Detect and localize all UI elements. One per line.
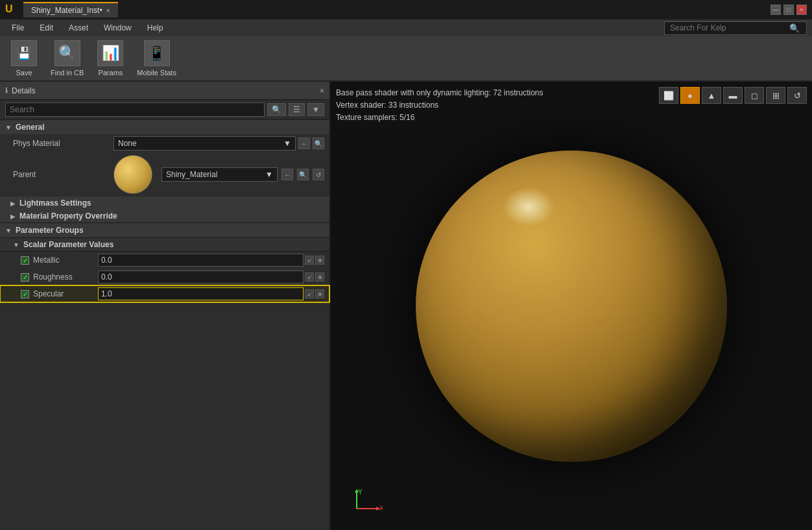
tab-filename: Shiny_Material_Inst• — [31, 6, 102, 15]
viewport-scene: X Y — [331, 82, 812, 530]
scalar-param-values-header[interactable]: ▼ Scalar Parameter Values — [0, 238, 329, 252]
menu-edit[interactable]: Edit — [33, 22, 60, 34]
panel-title: Details — [12, 86, 316, 95]
roughness-icons: ↙ ⊕ — [305, 272, 324, 282]
parent-label: Parent — [13, 170, 113, 179]
parameter-groups-arrow-icon: ▼ — [5, 227, 12, 234]
metallic-icons: ↙ ⊕ — [305, 256, 324, 265]
metallic-input[interactable] — [101, 256, 300, 265]
material-property-override-header[interactable]: ▶ Material Property Override — [0, 210, 329, 223]
parent-dropdown-arrow: ▼ — [265, 170, 273, 179]
svg-text:Y: Y — [358, 489, 363, 496]
help-search-box[interactable]: 🔍 — [664, 21, 807, 35]
phys-material-dropdown-value: None — [118, 139, 137, 148]
vp-refresh-btn[interactable]: ↺ — [787, 87, 807, 104]
roughness-checkbox[interactable] — [21, 273, 29, 282]
params-label: Params — [98, 69, 123, 77]
phys-material-reset-btn[interactable]: ← — [298, 138, 310, 149]
material-property-override-label: Material Property Override — [19, 211, 117, 221]
close-btn[interactable]: × — [796, 5, 807, 15]
roughness-label: Roughness — [33, 272, 98, 282]
specular-overflow-icon[interactable]: ⊕ — [315, 289, 324, 298]
viewport-info-line-3: Texture samplers: 5/16 — [336, 112, 543, 124]
general-section-header[interactable]: ▼ General — [0, 120, 329, 134]
title-bar: U Shiny_Material_Inst• × — □ × — [0, 0, 812, 19]
parent-search-btn[interactable]: 🔍 — [297, 169, 309, 180]
phys-material-dropdown[interactable]: None ▼ — [113, 136, 296, 151]
roughness-value-box[interactable] — [98, 271, 304, 283]
params-button[interactable]: 📊 Params — [94, 40, 126, 77]
vp-grid-btn[interactable]: ⊞ — [766, 87, 785, 104]
find-in-cb-button[interactable]: 🔍 Find in CB — [51, 40, 84, 77]
viewport-toolbar: ⬜ ● ▲ ▬ ◻ ⊞ ↺ — [659, 87, 807, 104]
sphere-container — [416, 151, 727, 462]
metallic-value-box[interactable] — [98, 254, 304, 267]
details-search-input[interactable] — [5, 102, 265, 117]
axis-svg: X Y — [350, 489, 383, 515]
parent-sphere-preview — [114, 156, 152, 194]
specular-value-box[interactable] — [98, 287, 304, 300]
parameter-groups-title: Parameter Groups — [16, 226, 84, 235]
parent-reset-btn[interactable]: ← — [281, 169, 293, 180]
info-icon: ℹ — [5, 86, 8, 95]
mobile-stats-button[interactable]: 📱 Mobile Stats — [137, 40, 176, 77]
details-view-toggle[interactable]: ☰ — [289, 103, 305, 116]
details-options-btn[interactable]: ▼ — [307, 103, 324, 116]
ue-logo: U — [5, 3, 18, 16]
main-layout: ℹ Details × 🔍 ☰ ▼ ▼ General Phys Materia… — [0, 82, 812, 530]
svg-text:X: X — [379, 505, 383, 512]
menu-help[interactable]: Help — [141, 22, 170, 34]
roughness-input[interactable] — [101, 272, 300, 282]
save-button[interactable]: 💾 Save — [8, 40, 40, 77]
parent-refresh-btn[interactable]: ↺ — [313, 169, 324, 180]
phys-material-value: None ▼ ← 🔍 — [113, 136, 324, 151]
vp-sphere-btn[interactable]: ● — [680, 87, 700, 104]
panel-close-btn[interactable]: × — [320, 86, 324, 95]
main-toolbar: 💾 Save 🔍 Find in CB 📊 Params 📱 Mobile St… — [0, 36, 812, 82]
params-icon: 📊 — [97, 40, 123, 66]
find-in-cb-icon: 🔍 — [54, 40, 80, 66]
parent-dropdown[interactable]: Shiny_Material ▼ — [161, 167, 278, 182]
axis-indicator: X Y — [350, 489, 383, 517]
tab-close[interactable]: × — [106, 6, 110, 14]
viewport-panel[interactable]: Base pass shader with only dynamic light… — [331, 82, 812, 530]
menu-file[interactable]: File — [5, 22, 30, 34]
title-tab[interactable]: Shiny_Material_Inst• × — [23, 2, 118, 18]
maximize-btn[interactable]: □ — [783, 5, 794, 15]
material-sphere — [416, 151, 727, 462]
sphere-texture — [416, 151, 727, 462]
metallic-reset-icon[interactable]: ↙ — [305, 256, 314, 265]
minimize-btn[interactable]: — — [770, 5, 781, 15]
metallic-checkbox[interactable] — [21, 256, 29, 265]
metallic-overflow-icon[interactable]: ⊕ — [315, 256, 324, 265]
vp-cylinder-btn[interactable]: ▬ — [723, 87, 743, 104]
window-controls: — □ × — [770, 5, 807, 15]
phys-material-search-btn[interactable]: 🔍 — [313, 138, 324, 149]
specular-input[interactable] — [101, 289, 300, 298]
specular-reset-icon[interactable]: ↙ — [305, 289, 314, 298]
roughness-reset-icon[interactable]: ↙ — [305, 272, 314, 282]
menu-window[interactable]: Window — [97, 22, 138, 34]
specular-row: Specular ↙ ⊕ — [0, 285, 329, 302]
panel-header: ℹ Details × — [0, 82, 329, 100]
help-search-input[interactable] — [670, 23, 787, 32]
parameter-groups-header[interactable]: ▼ Parameter Groups — [0, 223, 329, 238]
vp-perspective-btn[interactable]: ⬜ — [659, 87, 678, 104]
lightmass-settings-header[interactable]: ▶ Lightmass Settings — [0, 197, 329, 210]
mobile-stats-label: Mobile Stats — [137, 69, 176, 77]
specular-label: Specular — [33, 289, 98, 298]
phys-material-label: Phys Material — [13, 139, 113, 148]
details-search-btn[interactable]: 🔍 — [267, 103, 286, 116]
vp-plane-btn[interactable]: ▲ — [702, 87, 721, 104]
menu-asset[interactable]: Asset — [62, 22, 95, 34]
vp-cube-btn[interactable]: ◻ — [745, 87, 764, 104]
roughness-overflow-icon[interactable]: ⊕ — [315, 272, 324, 282]
scalar-param-values-label: Scalar Parameter Values — [23, 240, 113, 249]
general-section: ▼ General Phys Material None ▼ ← 🔍 Paren… — [0, 120, 329, 223]
menu-bar: File Edit Asset Window Help 🔍 — [0, 19, 812, 36]
viewport-info: Base pass shader with only dynamic light… — [336, 87, 543, 125]
lightmass-arrow-icon: ▶ — [10, 200, 16, 207]
specular-checkbox[interactable] — [21, 290, 29, 298]
roughness-row: Roughness ↙ ⊕ — [0, 269, 329, 285]
general-section-title: General — [16, 123, 45, 132]
